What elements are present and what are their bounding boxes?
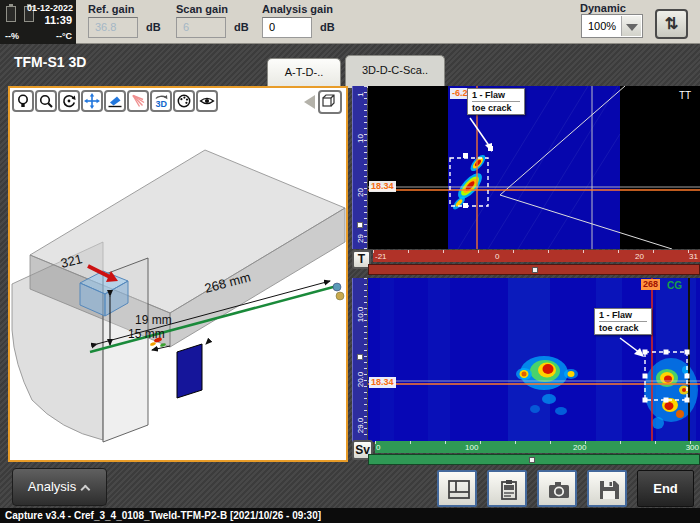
sv-heatmap-view[interactable] [368,278,700,442]
sv-hruler-label: 200 [573,443,586,452]
analysis-gain-group: Analysis gain 0 dB [262,0,352,44]
rotate-button[interactable] [58,90,80,112]
tt-hruler-label: 0 [495,252,499,261]
save-icon [597,479,621,501]
cube-icon [320,92,338,110]
ruler-marker[interactable] [357,354,363,360]
camera-icon [547,479,571,501]
3d-scene[interactable]: 268 mm 321 19 mm 15 mm [10,88,346,460]
rotate-3d-icon: 3D [153,93,169,109]
sv-ruler-label: 20.0 [356,367,365,393]
sv-view-label: CG [667,280,682,291]
layout-button[interactable] [437,470,477,507]
dim-19-label: 19 mm [135,313,172,327]
sv-hruler-label: 100 [465,443,478,452]
sv-ruler-label: 29.0 [356,413,365,439]
analysis-gain-unit: dB [320,21,335,33]
ruler-ticks [373,250,700,253]
scan-end-marker-blue [333,283,341,291]
tt-flaw-callout[interactable]: 1 - Flaw toe crack [467,88,525,115]
sv-scan-cursor-value: 268 [641,279,660,290]
light-button[interactable] [12,90,34,112]
analysis-gain-field[interactable]: 0 [262,17,312,38]
collapse-arrow-icon [304,95,315,109]
flaw-callout-title: 1 - Flaw [472,90,520,102]
sv-scroll-thumb[interactable] [529,457,535,463]
rotate-3d-button[interactable]: 3D [150,90,172,112]
ref-gain-field[interactable]: 36.8 [88,17,138,38]
indication-orange [150,342,157,347]
sv-scrollbar[interactable] [368,454,700,465]
updown-arrows-icon: ⇅ [665,15,678,32]
screenshot-button[interactable] [537,470,577,507]
temperature-label: --°C [56,31,72,41]
3d-view-panel: 268 mm 321 19 mm 15 mm [8,86,348,462]
scan-gain-unit: dB [234,21,249,33]
sv-hruler-label: 300 [686,443,699,452]
scan-gain-group: Scan gain 6 dB [176,0,256,44]
probe-icon [107,93,123,109]
status-text: Capture v3.4 - Cref_3_4_0108_Tweld-TFM-P… [5,510,321,521]
probe-button[interactable] [104,90,126,112]
analysis-button-label: Analysis [28,479,76,494]
sv-depth-ruler[interactable]: 10.0 20.0 29.0 [352,278,367,442]
tt-heatmap [368,86,700,249]
report-button[interactable] [487,470,527,507]
rotate-icon [61,93,77,109]
battery-icon [6,6,16,22]
scan-gain-label: Scan gain [176,3,228,15]
sv-ruler-label: 10.0 [356,302,365,328]
visibility-button[interactable] [196,90,218,112]
tt-ruler-label: 29 [356,226,365,252]
flaw-plane [177,344,202,398]
status-bar: Capture v3.4 - Cref_3_4_0108_Tweld-TFM-P… [0,508,700,523]
dynamic-select[interactable]: 100% [581,14,643,38]
scan-end-marker-yellow [336,292,344,300]
gain-updown-button[interactable]: ⇅ [655,9,688,39]
sv-y-cursor-value: 18.34 [369,377,396,388]
tt-index-ruler[interactable]: -21 0 20 31 [373,250,700,262]
flaw-callout-subtitle: toe crack [599,322,647,333]
svg-text:3D: 3D [156,99,168,109]
dynamic-label: Dynamic [580,2,626,14]
page-title: TFM-S1 3D [14,54,86,70]
tab-a-t-d[interactable]: A-T-D-.. [267,58,341,86]
ref-gain-label: Ref. gain [88,3,134,15]
dynamic-dropdown-button[interactable] [621,16,641,36]
pan-button[interactable] [81,90,103,112]
date-label: 01-12-2022 [27,3,73,13]
save-button[interactable] [587,470,627,507]
analysis-menu-button[interactable]: Analysis [12,468,107,506]
cube-view-button[interactable] [318,90,342,114]
tt-depth-ruler[interactable]: 1 10 20 29 [352,86,367,249]
dynamic-value: 100% [588,20,616,32]
battery-percent: --% [5,31,19,41]
tt-ruler-label: 10 [356,126,365,152]
end-button[interactable]: End [637,470,694,507]
top-bar: 01-12-2022 11:39 --% --°C Ref. gain 36.8… [0,0,700,44]
tt-scroll-thumb[interactable] [532,267,538,273]
tt-hruler-label: -21 [375,252,387,261]
tt-heatmap-view[interactable] [368,86,700,249]
flaw-callout-title: 1 - Flaw [599,310,647,322]
sv-scan-ruler[interactable]: 0 100 200 300 [375,441,700,453]
chevron-up-icon [81,485,91,495]
scan-gain-field[interactable]: 6 [176,17,226,38]
dim-arrow-right [206,340,210,344]
sv-flaw-callout[interactable]: 1 - Flaw toe crack [594,308,652,335]
sv-hruler-label: 0 [376,443,380,452]
palette-button[interactable] [173,90,195,112]
zoom-button[interactable] [35,90,57,112]
beam-button[interactable] [127,90,149,112]
beam-icon [130,93,146,109]
tt-ruler-label: 1 [356,82,365,108]
tt-hruler-label: 20 [635,252,644,261]
time-label: 11:39 [44,14,72,26]
palette-icon [176,93,192,109]
analysis-gain-label: Analysis gain [262,3,333,15]
tt-view-label: TT [679,90,691,101]
ruler-ticks [375,441,700,444]
tt-y-cursor-value: 18.34 [369,181,396,192]
ruler-marker[interactable] [357,222,363,228]
tt-scrollbar[interactable] [368,264,700,275]
